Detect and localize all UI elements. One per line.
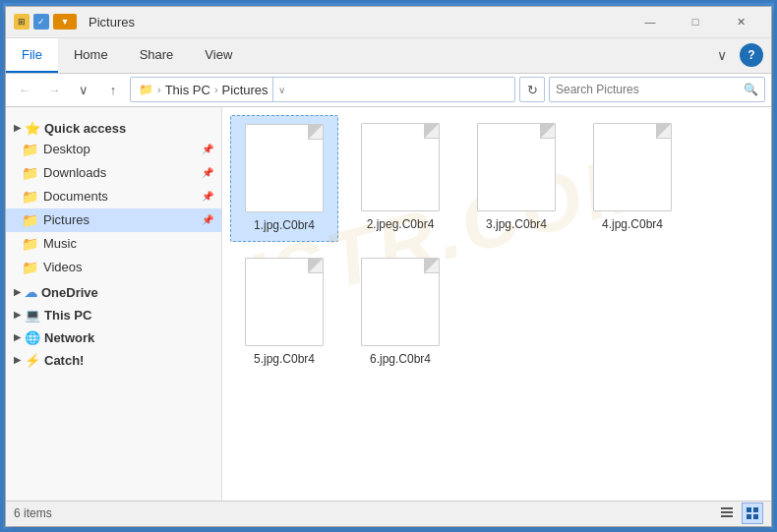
content-area: ▶ ⭐ Quick access 📁 Desktop 📌 📁 Downloads… <box>6 107 771 501</box>
pc-icon: 💻 <box>25 308 40 323</box>
ribbon-expand-button[interactable]: ∨ <box>708 41 736 69</box>
sidebar-desktop-label: Desktop <box>43 142 90 156</box>
folder-music-icon: 📁 <box>22 236 37 252</box>
title-controls: — □ ✕ <box>628 6 763 37</box>
back-button[interactable]: ← <box>12 77 37 102</box>
title-check-icon: ✓ <box>33 14 49 30</box>
pin-icon: 📌 <box>202 144 213 154</box>
tab-view[interactable]: View <box>189 38 248 73</box>
sidebar-item-videos[interactable]: 📁 Videos <box>6 256 221 279</box>
folder-icon: 📁 <box>22 142 37 157</box>
network-icon: 🌐 <box>25 330 40 345</box>
path-icon: 📁 <box>139 83 153 96</box>
pin-documents-icon: 📌 <box>202 191 213 202</box>
file-thumbnail-3 <box>477 123 556 211</box>
close-button[interactable]: ✕ <box>718 6 763 37</box>
svg-rect-5 <box>747 514 751 519</box>
up-button[interactable]: ↑ <box>100 77 126 102</box>
list-view-button[interactable] <box>716 502 738 524</box>
forward-button[interactable]: → <box>41 77 67 102</box>
svg-rect-1 <box>721 511 733 513</box>
list-view-icon <box>720 506 734 520</box>
sidebar-item-documents[interactable]: 📁 Documents 📌 <box>6 185 221 208</box>
cloud-icon: ☁ <box>25 285 37 300</box>
folder-videos-icon: 📁 <box>22 260 37 275</box>
file-item-5[interactable]: 5.jpg.C0br4 <box>230 250 338 376</box>
path-pictures[interactable]: Pictures <box>222 83 269 97</box>
svg-rect-3 <box>747 507 751 512</box>
sidebar-music-label: Music <box>43 236 77 251</box>
path-separator-1: › <box>157 84 161 95</box>
file-area: ISTR.COM 1.jpg.C0br4 2.jpeg.C0br4 3.jpg.… <box>222 107 771 501</box>
sidebar-item-music[interactable]: 📁 Music <box>6 232 221 256</box>
folder-downloads-icon: 📁 <box>22 165 37 181</box>
svg-rect-6 <box>753 514 758 519</box>
sidebar-item-desktop[interactable]: 📁 Desktop 📌 <box>6 138 221 161</box>
icon-view-icon <box>746 506 759 520</box>
sidebar-item-downloads[interactable]: 📁 Downloads 📌 <box>6 161 221 185</box>
catch-icon: ⚡ <box>25 353 40 368</box>
file-item-4[interactable]: 4.jpg.C0br4 <box>578 115 687 243</box>
search-box[interactable]: 🔍 <box>549 77 765 102</box>
ribbon-help-button[interactable]: ? <box>740 43 763 67</box>
file-name-3: 3.jpg.C0br4 <box>486 217 547 233</box>
chevron-network-icon: ▶ <box>14 332 21 342</box>
path-this-pc[interactable]: This PC <box>165 83 210 97</box>
sidebar-downloads-label: Downloads <box>43 165 106 180</box>
address-path[interactable]: 📁 › This PC › Pictures ∨ <box>130 77 515 102</box>
file-thumbnail-1 <box>245 124 324 212</box>
sidebar-network-label: Network <box>44 330 94 345</box>
folder-documents-icon: 📁 <box>22 189 37 205</box>
sidebar-item-pictures[interactable]: 📁 Pictures 📌 <box>6 208 221 232</box>
explorer-window: ⊞ ✓ ▼ Pictures — □ ✕ File Home Share Vie… <box>5 6 772 527</box>
file-name-1: 1.jpg.C0br4 <box>254 218 315 234</box>
search-icon[interactable]: 🔍 <box>744 83 758 96</box>
file-thumbnail-5 <box>245 258 324 346</box>
search-input[interactable] <box>556 83 744 96</box>
icon-view-button[interactable] <box>742 502 763 524</box>
path-chevron-button[interactable]: ∨ <box>272 77 290 102</box>
title-bar-icons: ⊞ ✓ ▼ <box>14 14 77 30</box>
sidebar-section-network[interactable]: ▶ 🌐 Network <box>6 325 221 347</box>
file-item-6[interactable]: 6.jpg.C0br4 <box>346 250 454 376</box>
sidebar-section-onedrive[interactable]: ▶ ☁ OneDrive <box>6 279 221 302</box>
tab-share[interactable]: Share <box>124 38 190 73</box>
sidebar-section-this-pc[interactable]: ▶ 💻 This PC <box>6 302 221 325</box>
svg-rect-2 <box>721 515 733 517</box>
ribbon-right: ∨ ? <box>708 38 771 73</box>
tab-home[interactable]: Home <box>58 38 124 73</box>
tab-file[interactable]: File <box>6 38 58 73</box>
maximize-button[interactable]: □ <box>673 6 718 37</box>
svg-rect-0 <box>721 507 733 509</box>
file-thumbnail-4 <box>593 123 672 211</box>
file-thumbnail-2 <box>361 123 440 211</box>
chevron-onedrive-icon: ▶ <box>14 287 21 297</box>
recent-locations-button[interactable]: ∨ <box>71 77 96 102</box>
sidebar-catch-label: Catch! <box>44 353 84 368</box>
sidebar-onedrive-label: OneDrive <box>41 285 98 300</box>
sidebar-section-quick-access[interactable]: ▶ ⭐ Quick access <box>6 115 221 138</box>
sidebar-section-catch[interactable]: ▶ ⚡ Catch! <box>6 347 221 370</box>
file-name-2: 2.jpeg.C0br4 <box>367 217 435 233</box>
window-title: Pictures <box>89 15 628 30</box>
sidebar-documents-label: Documents <box>43 189 108 204</box>
sidebar-videos-label: Videos <box>43 260 83 274</box>
title-arrow-icon: ▼ <box>53 14 77 30</box>
chevron-right-icon: ▶ <box>14 123 21 133</box>
file-item-3[interactable]: 3.jpg.C0br4 <box>462 115 570 243</box>
address-bar: ← → ∨ ↑ 📁 › This PC › Pictures ∨ ↻ 🔍 <box>6 74 771 107</box>
refresh-button[interactable]: ↻ <box>519 77 545 102</box>
file-name-6: 6.jpg.C0br4 <box>370 352 431 368</box>
ribbon: File Home Share View ∨ ? <box>6 38 771 74</box>
file-item-2[interactable]: 2.jpeg.C0br4 <box>346 115 454 243</box>
file-name-5: 5.jpg.C0br4 <box>254 352 315 368</box>
title-quick-access-icon: ⊞ <box>14 14 30 30</box>
file-thumbnail-6 <box>361 258 440 346</box>
chevron-thispc-icon: ▶ <box>14 310 21 320</box>
title-bar: ⊞ ✓ ▼ Pictures — □ ✕ <box>6 7 771 38</box>
sidebar-this-pc-label: This PC <box>44 308 91 323</box>
minimize-button[interactable]: — <box>628 6 673 37</box>
sidebar-pictures-label: Pictures <box>43 212 90 227</box>
pin-pictures-icon: 📌 <box>202 214 213 225</box>
file-item-1[interactable]: 1.jpg.C0br4 <box>230 115 338 243</box>
